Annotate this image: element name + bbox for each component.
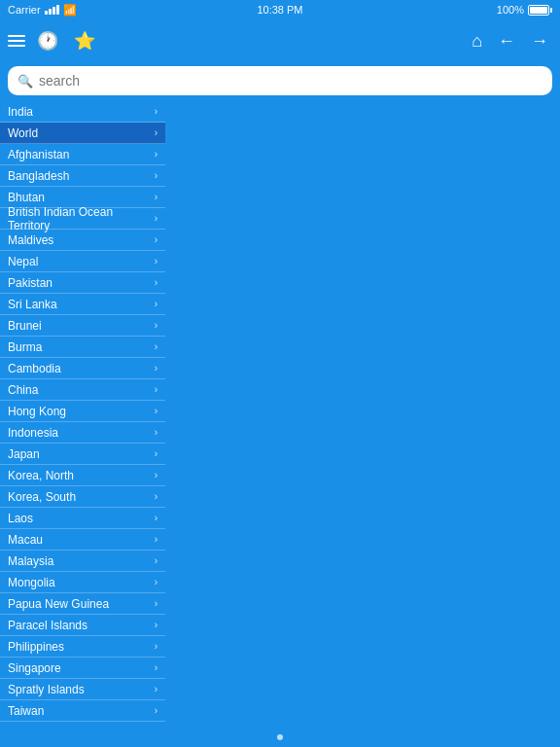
chevron-right-icon: › (155, 256, 158, 267)
chevron-right-icon: › (155, 127, 158, 138)
signal-icon (45, 5, 59, 15)
list-item-label: Korea, South (8, 490, 76, 504)
list-item[interactable]: Philippines › (0, 636, 165, 658)
list-item-label: Thailand (8, 726, 52, 729)
list-item-label: Bangladesh (8, 169, 69, 183)
search-input[interactable] (39, 73, 542, 89)
list-item[interactable]: Korea, North › (0, 465, 165, 486)
menu-button[interactable] (8, 35, 25, 47)
list-item-label: Malaysia (8, 554, 53, 568)
list-item[interactable]: Nepal › (0, 251, 165, 272)
chevron-right-icon: › (155, 341, 158, 352)
list-item[interactable]: Paracel Islands › (0, 615, 165, 636)
bottom-bar (0, 728, 560, 747)
list-item-label: Pakistan (8, 276, 52, 290)
back-icon[interactable]: ← (494, 27, 519, 55)
list-item-label: Mongolia (8, 576, 55, 589)
chevron-right-icon: › (155, 620, 158, 630)
list-item-label: Hong Kong (8, 405, 66, 418)
list-item[interactable]: Sri Lanka › (0, 294, 165, 315)
battery-percent: 100% (497, 4, 524, 16)
right-panel (165, 101, 560, 728)
status-left: Carrier 📶 (8, 4, 77, 17)
chevron-right-icon: › (155, 192, 158, 202)
content-area: India › World › Afghanistan › Bangladesh… (0, 101, 560, 728)
list-item[interactable]: Macau › (0, 529, 165, 551)
chevron-right-icon: › (155, 513, 158, 523)
chevron-right-icon: › (155, 641, 158, 652)
list-item[interactable]: Papua New Guinea › (0, 593, 165, 615)
list-item[interactable]: Brunei › (0, 315, 165, 337)
list-item[interactable]: Maldives › (0, 230, 165, 251)
list-item[interactable]: Japan › (0, 444, 165, 465)
page-indicator (277, 734, 283, 740)
list-item-label: Spratly Islands (8, 683, 85, 696)
toolbar: 🕐 ⭐ ⌂ ← → (0, 19, 560, 62)
list-item[interactable]: Cambodia › (0, 358, 165, 379)
list-item-label: Paracel Islands (8, 619, 88, 632)
chevron-right-icon: › (155, 684, 158, 694)
chevron-right-icon: › (155, 384, 158, 395)
list-item[interactable]: Korea, South › (0, 486, 165, 508)
list-item-label: Cambodia (8, 362, 61, 375)
list-item[interactable]: British Indian Ocean Territory › (0, 208, 165, 230)
list-item-label: Laos (8, 512, 33, 525)
list-item[interactable]: Singapore › (0, 658, 165, 679)
list-item-label: China (8, 383, 38, 397)
forward-icon[interactable]: → (527, 27, 552, 55)
status-right: 100% (497, 4, 552, 16)
chevron-right-icon: › (155, 363, 158, 374)
list-item[interactable]: Laos › (0, 508, 165, 529)
list-item[interactable]: Afghanistan › (0, 144, 165, 165)
chevron-right-icon: › (155, 213, 158, 224)
list-item[interactable]: China › (0, 379, 165, 401)
toolbar-left: 🕐 ⭐ (8, 26, 99, 55)
list-item-label: Afghanistan (8, 148, 69, 161)
list-item[interactable]: Malaysia › (0, 551, 165, 572)
battery-icon (528, 5, 552, 16)
chevron-right-icon: › (155, 598, 158, 609)
bookmark-icon[interactable]: ⭐ (70, 26, 99, 55)
list-item[interactable]: Hong Kong › (0, 401, 165, 422)
chevron-right-icon: › (155, 277, 158, 288)
list-item-label: British Indian Ocean Territory (8, 205, 155, 232)
chevron-right-icon: › (155, 662, 158, 673)
list-item[interactable]: Pakistan › (0, 272, 165, 294)
toolbar-right: ⌂ ← → (468, 27, 552, 55)
list-item-label: Papua New Guinea (8, 597, 109, 611)
list-item-label: World (8, 126, 38, 140)
list-item[interactable]: Taiwan › (0, 700, 165, 722)
home-icon[interactable]: ⌂ (468, 27, 486, 55)
list-panel: India › World › Afghanistan › Bangladesh… (0, 101, 165, 728)
chevron-right-icon: › (155, 705, 158, 716)
list-item[interactable]: Burma › (0, 337, 165, 358)
status-bar: Carrier 📶 10:38 PM 100% (0, 0, 560, 19)
list-item[interactable]: World › (0, 123, 165, 144)
chevron-right-icon: › (155, 299, 158, 309)
list-item[interactable]: Spratly Islands › (0, 679, 165, 700)
list-item-label: Indonesia (8, 426, 58, 440)
history-icon[interactable]: 🕐 (33, 26, 62, 55)
list-item[interactable]: Thailand › (0, 722, 165, 728)
chevron-right-icon: › (155, 106, 158, 117)
list-item-label: India (8, 105, 33, 119)
list-item[interactable]: Indonesia › (0, 422, 165, 444)
list-item-label: Nepal (8, 255, 38, 268)
list-item-label: Burma (8, 340, 42, 354)
search-bar[interactable]: 🔍 (8, 66, 552, 95)
chevron-right-icon: › (155, 534, 158, 545)
list-item[interactable]: Mongolia › (0, 572, 165, 593)
list-item-label: Macau (8, 533, 43, 547)
list-item-label: Philippines (8, 640, 64, 654)
list-item-label: Maldives (8, 233, 53, 247)
chevron-right-icon: › (155, 448, 158, 459)
list-item[interactable]: Bangladesh › (0, 165, 165, 187)
chevron-right-icon: › (155, 234, 158, 245)
search-icon: 🔍 (18, 74, 33, 89)
list-item-label: Brunei (8, 319, 42, 333)
list-item-label: Korea, North (8, 469, 74, 482)
chevron-right-icon: › (155, 555, 158, 566)
time-label: 10:38 PM (257, 4, 302, 16)
list-item[interactable]: India › (0, 101, 165, 123)
chevron-right-icon: › (155, 491, 158, 502)
